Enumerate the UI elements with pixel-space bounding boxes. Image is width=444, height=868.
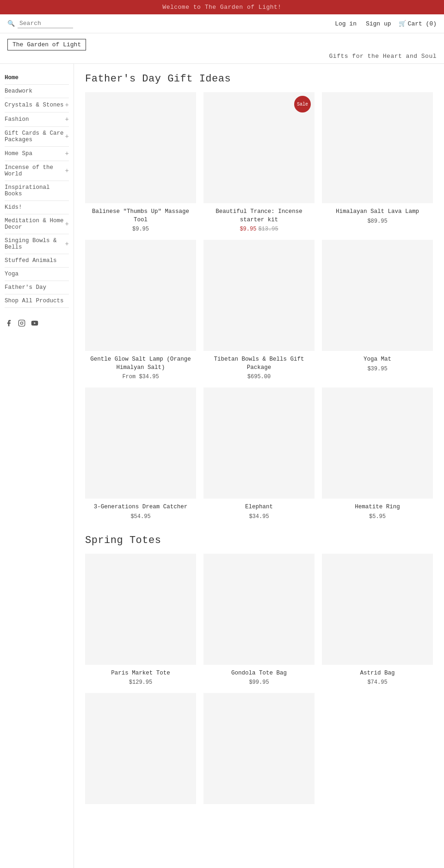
sidebar-item-label: Home — [5, 75, 18, 81]
product-grid: Balinese "Thumbs Up" Massage Tool$9.95Sa… — [85, 92, 433, 520]
main-layout: HomeBeadworkCrystals & Stones+Fashion+Gi… — [0, 64, 444, 868]
product-price: $74.95 — [322, 679, 433, 686]
product-name: Beautiful Trance: Incense starter kit — [204, 208, 314, 224]
sidebar-item-shop-all-products[interactable]: Shop All Products — [5, 294, 69, 308]
sidebar-item-label: Fashion — [5, 116, 29, 123]
product-image — [322, 240, 433, 351]
product-image — [204, 554, 314, 665]
sidebar-item-label: Inspirational Books — [5, 184, 69, 197]
product-price: $695.00 — [204, 374, 314, 380]
svg-rect-0 — [18, 320, 25, 326]
sidebar-item-label: Shop All Products — [5, 298, 64, 304]
sidebar-expand-icon[interactable]: + — [65, 101, 69, 109]
product-name: Astrid Bag — [322, 669, 433, 678]
product-card[interactable]: Himalayan Salt Lava Lamp$89.95 — [322, 92, 433, 232]
sidebar-item-kids-[interactable]: Kids! — [5, 201, 69, 214]
section-title: Father's Day Gift Ideas — [85, 73, 433, 85]
product-price: $5.95 — [322, 513, 433, 520]
product-name: Balinese "Thumbs Up" Massage Tool — [85, 208, 196, 224]
product-card[interactable] — [204, 693, 314, 809]
sidebar-item-home[interactable]: Home — [5, 71, 69, 85]
sidebar-item-incense-of-the-world[interactable]: Incense of the World+ — [5, 161, 69, 181]
svg-point-1 — [20, 322, 23, 324]
sale-badge: Sale — [294, 96, 311, 112]
sidebar-item-father-s-day[interactable]: Father's Day — [5, 281, 69, 294]
sidebar-item-label: Yoga — [5, 271, 18, 277]
section-title: Spring Totes — [85, 535, 433, 546]
signup-link[interactable]: Sign up — [366, 20, 391, 27]
product-card[interactable]: Astrid Bag$74.95 — [322, 554, 433, 686]
facebook-icon[interactable] — [5, 319, 13, 327]
nav-bar: 🔍 Log in Sign up 🛒 Cart (0) — [0, 14, 444, 33]
product-name: Gentle Glow Salt Lamp (Orange Himalyan S… — [85, 356, 196, 372]
instagram-icon[interactable] — [18, 319, 26, 327]
product-card[interactable]: Gentle Glow Salt Lamp (Orange Himalyan S… — [85, 240, 196, 380]
product-card[interactable]: Paris Market Tote$129.95 — [85, 554, 196, 686]
sidebar-expand-icon[interactable]: + — [65, 150, 69, 157]
cart-area[interactable]: 🛒 Cart (0) — [399, 20, 437, 27]
product-card[interactable]: Gondola Tote Bag$99.95 — [204, 554, 314, 686]
top-banner: Welcome to The Garden of Light! — [0, 0, 444, 14]
product-price: From $34.95 — [85, 374, 196, 380]
sidebar-expand-icon[interactable]: + — [65, 116, 69, 123]
sidebar-item-label: Kids! — [5, 204, 22, 211]
product-card[interactable]: Hematite Ring$5.95 — [322, 387, 433, 520]
product-image — [204, 387, 314, 499]
cart-icon: 🛒 — [399, 20, 406, 27]
product-name: 3-Generations Dream Catcher — [85, 503, 196, 512]
product-price: $54.95 — [85, 513, 196, 520]
product-name: Himalayan Salt Lava Lamp — [322, 208, 433, 216]
banner-text: Welcome to The Garden of Light! — [162, 4, 281, 11]
sidebar-item-label: Home Spa — [5, 150, 32, 157]
product-price: $9.95 — [85, 226, 196, 232]
product-price: $99.95 — [204, 679, 314, 686]
main-content: Father's Day Gift IdeasBalinese "Thumbs … — [74, 64, 444, 868]
product-card[interactable]: Yoga Mat$39.95 — [322, 240, 433, 380]
sidebar-item-singing-bowls---bells[interactable]: Singing Bowls & Bells+ — [5, 234, 69, 254]
cart-label: Cart (0) — [408, 20, 437, 27]
youtube-icon[interactable] — [31, 319, 39, 327]
sidebar-item-yoga[interactable]: Yoga — [5, 268, 69, 281]
product-card[interactable]: Tibetan Bowls & Bells Gift Package$695.0… — [204, 240, 314, 380]
product-card[interactable]: SaleBeautiful Trance: Incense starter ki… — [204, 92, 314, 232]
search-input[interactable] — [18, 19, 73, 28]
product-image — [204, 240, 314, 351]
sidebar-item-inspirational-books[interactable]: Inspirational Books — [5, 181, 69, 201]
nav-links: Log in Sign up — [335, 20, 391, 27]
store-tagline: Gifts for the Heart and Soul — [329, 53, 437, 60]
sidebar-item-gift-cards---care-packages[interactable]: Gift Cards & Care Packages+ — [5, 127, 69, 147]
product-card[interactable]: Elephant$34.95 — [204, 387, 314, 520]
product-price: $89.95 — [322, 218, 433, 225]
product-image: Sale — [204, 92, 314, 203]
sidebar-item-crystals---stones[interactable]: Crystals & Stones+ — [5, 98, 69, 112]
sidebar-item-stuffed-animals[interactable]: Stuffed Animals — [5, 254, 69, 268]
product-image — [204, 693, 314, 804]
sidebar: HomeBeadworkCrystals & Stones+Fashion+Gi… — [0, 64, 74, 868]
sidebar-item-label: Incense of the World — [5, 164, 65, 177]
sidebar-expand-icon[interactable]: + — [65, 220, 69, 228]
product-card[interactable] — [85, 693, 196, 809]
product-name: Paris Market Tote — [85, 669, 196, 678]
sidebar-item-meditation---home-decor[interactable]: Meditation & Home Decor+ — [5, 214, 69, 234]
sidebar-item-beadwork[interactable]: Beadwork — [5, 85, 69, 98]
sidebar-expand-icon[interactable]: + — [65, 167, 69, 175]
sidebar-item-fashion[interactable]: Fashion+ — [5, 112, 69, 127]
store-name[interactable]: The Garden of Light — [7, 39, 86, 50]
sidebar-item-home-spa[interactable]: Home Spa+ — [5, 147, 69, 161]
sidebar-expand-icon[interactable]: + — [65, 133, 69, 140]
product-card[interactable]: Balinese "Thumbs Up" Massage Tool$9.95 — [85, 92, 196, 232]
sidebar-item-label: Crystals & Stones — [5, 102, 64, 108]
product-price: $39.95 — [322, 366, 433, 372]
product-image — [85, 387, 196, 499]
product-price: $34.95 — [204, 513, 314, 520]
product-price: $9.95$13.95 — [204, 226, 314, 232]
sidebar-expand-icon[interactable]: + — [65, 240, 69, 248]
login-link[interactable]: Log in — [335, 20, 357, 27]
product-card[interactable]: 3-Generations Dream Catcher$54.95 — [85, 387, 196, 520]
sidebar-item-label: Beadwork — [5, 88, 32, 94]
svg-point-2 — [23, 321, 24, 322]
sidebar-item-label: Singing Bowls & Bells — [5, 237, 65, 250]
product-name: Elephant — [204, 503, 314, 512]
product-name: Hematite Ring — [322, 503, 433, 512]
sections-container: Father's Day Gift IdeasBalinese "Thumbs … — [85, 73, 433, 809]
